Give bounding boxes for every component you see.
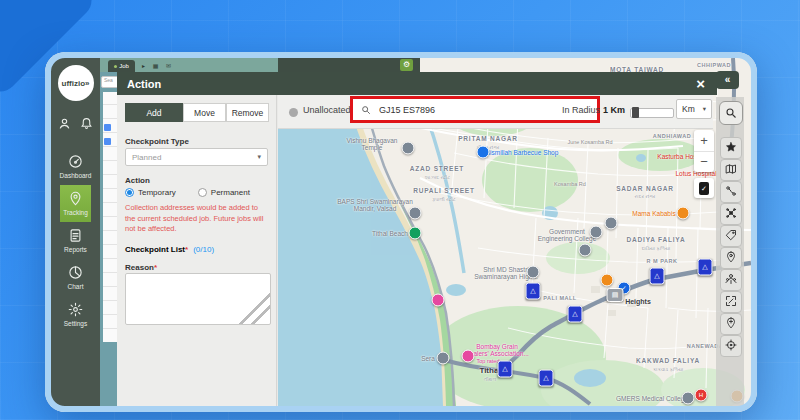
- radius-slider-handle[interactable]: [632, 107, 639, 118]
- radio-permanent[interactable]: Permanent: [198, 188, 250, 197]
- dashboard-icon: [68, 154, 83, 170]
- row-checkbox: [104, 138, 111, 145]
- search-icon: [725, 107, 737, 119]
- radius-slider[interactable]: [630, 108, 674, 118]
- beach-marker[interactable]: [409, 227, 422, 240]
- reason-label: Reason*: [125, 263, 157, 272]
- checkpoint-type-label: Checkpoint Type: [125, 137, 189, 146]
- tab-add[interactable]: Add: [125, 103, 183, 122]
- user-icon[interactable]: [58, 116, 71, 134]
- radius-value: 1 Km: [603, 105, 625, 115]
- radio-label: Permanent: [211, 188, 250, 197]
- reason-textarea[interactable]: [125, 273, 271, 325]
- action-label: Action: [125, 176, 150, 185]
- add-location-icon: [725, 315, 737, 333]
- collapse-panel-button[interactable]: «: [716, 71, 739, 89]
- drone-tool-button[interactable]: [720, 203, 742, 225]
- team-tool-button[interactable]: [720, 269, 742, 291]
- background-table: [103, 92, 117, 342]
- poi-orange-marker[interactable]: [601, 274, 614, 287]
- app-window: uffizio» DashboardTrackingReportsChartSe…: [45, 52, 757, 412]
- checkpoint-bin-marker[interactable]: △: [568, 306, 583, 323]
- sidebar-item-label: Settings: [64, 320, 88, 327]
- map-search-button[interactable]: [719, 101, 743, 125]
- vehicle-search-input[interactable]: [377, 104, 571, 116]
- checkpoint-type-select[interactable]: Planned▾: [125, 148, 268, 166]
- zoom-in-button[interactable]: +: [694, 130, 714, 152]
- reports-icon: [68, 228, 83, 244]
- chevron-down-icon: ▾: [257, 153, 261, 161]
- crosshair-tool-button[interactable]: [720, 335, 742, 357]
- checkpoint-list-label: Checkpoint List*: [125, 245, 188, 254]
- poi-gray-marker[interactable]: [527, 266, 540, 279]
- background-toolbar-icons: ▸ ▦ ✉: [142, 62, 174, 72]
- expand-tool-button[interactable]: [720, 291, 742, 313]
- hospital-marker[interactable]: H: [695, 389, 708, 402]
- tracking-icon: [68, 191, 83, 207]
- poi-gray-marker[interactable]: [579, 244, 592, 257]
- sidebar-item-settings[interactable]: Settings: [60, 296, 92, 333]
- team-icon: [725, 271, 737, 289]
- chevron-down-icon: ▾: [703, 105, 706, 113]
- checkpoint-bin-marker[interactable]: △: [539, 370, 554, 387]
- settings-icon: [68, 302, 83, 318]
- unallocated-status-dot: [289, 108, 298, 117]
- poi-pink-marker[interactable]: [432, 294, 445, 307]
- map-toolbar: Unallocated In Radius 1 Km Km▾: [278, 95, 713, 129]
- sidebar-item-reports[interactable]: Reports: [60, 222, 92, 259]
- checklist-button[interactable]: ✓: [694, 178, 714, 198]
- tab-remove[interactable]: Remove: [226, 103, 269, 122]
- star-tool-button[interactable]: [720, 137, 742, 159]
- action-dialog-header: Action ×: [117, 72, 717, 95]
- crosshair-icon: [725, 337, 737, 355]
- pin-tool-button[interactable]: [720, 247, 742, 269]
- sidebar-item-chart[interactable]: Chart: [60, 259, 92, 296]
- checkpoint-bin-marker[interactable]: △: [526, 283, 541, 300]
- sidebar-item-label: Reports: [64, 246, 87, 253]
- poi-pink-marker[interactable]: [462, 350, 475, 363]
- sidebar: uffizio» DashboardTrackingReportsChartSe…: [51, 58, 100, 406]
- poi-gray-marker[interactable]: [682, 392, 695, 405]
- checkpoint-bin-marker[interactable]: △: [698, 259, 713, 276]
- tab-move[interactable]: Move: [183, 103, 226, 122]
- gear-icon[interactable]: ⚙: [400, 59, 413, 71]
- sidebar-item-dashboard[interactable]: Dashboard: [60, 148, 92, 185]
- checkpoint-bin-marker[interactable]: △: [498, 361, 513, 378]
- map-tool-button[interactable]: [720, 159, 742, 181]
- radio-temporary[interactable]: Temporary: [125, 188, 176, 197]
- poi-gray-marker[interactable]: [402, 142, 415, 155]
- job-tab-icon: [114, 65, 117, 68]
- unallocated-label: Unallocated: [303, 105, 351, 115]
- checkpoint-count[interactable]: (0/10): [193, 245, 214, 254]
- poi-gray-marker[interactable]: [590, 226, 603, 239]
- warning-text: Collection addresses would be added to t…: [125, 203, 269, 235]
- poi-gray-marker[interactable]: [437, 352, 450, 365]
- map-icon: [725, 161, 737, 179]
- tag-tool-button[interactable]: [720, 225, 742, 247]
- drone-icon: [725, 205, 737, 223]
- route-tool-button[interactable]: [720, 181, 742, 203]
- unit-select[interactable]: Km▾: [676, 99, 712, 119]
- sidebar-item-label: Chart: [68, 283, 84, 290]
- bell-icon[interactable]: [80, 116, 93, 134]
- tag-icon: [725, 227, 737, 245]
- zoom-out-button[interactable]: −: [694, 152, 714, 173]
- sidebar-item-tracking[interactable]: Tracking: [60, 185, 92, 222]
- vehicle-marker[interactable]: ▤: [607, 288, 624, 302]
- radio-dot: [125, 188, 134, 197]
- poi-gray-marker[interactable]: [605, 217, 618, 230]
- poi-gray-marker[interactable]: [409, 207, 422, 220]
- close-icon[interactable]: ×: [696, 76, 705, 91]
- poi-orange-marker[interactable]: [677, 207, 690, 220]
- sidebar-item-label: Tracking: [63, 209, 88, 216]
- background-tab-bar: Job ▸ ▦ ✉: [100, 58, 278, 72]
- star-icon: [725, 139, 737, 157]
- poi-blue-marker[interactable]: [477, 146, 490, 159]
- in-radius-label: In Radius: [562, 105, 600, 115]
- uffizio-logo: uffizio»: [58, 65, 94, 101]
- sidebar-item-label: Dashboard: [60, 172, 92, 179]
- checkpoint-bin-marker[interactable]: △: [650, 268, 665, 285]
- map-zoom-control: + −: [694, 130, 714, 172]
- add-location-tool-button[interactable]: [720, 313, 742, 335]
- job-tab[interactable]: Job: [108, 60, 135, 72]
